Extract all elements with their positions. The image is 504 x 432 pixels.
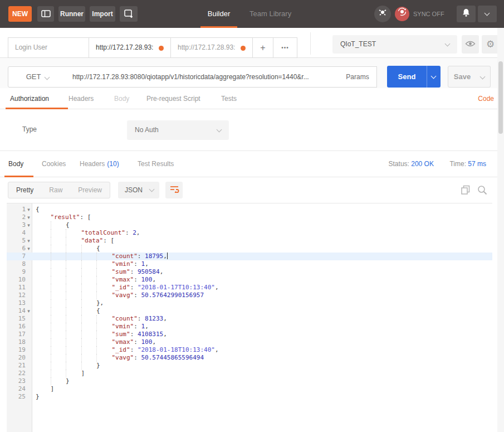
fold-arrow-icon[interactable]: ▾	[26, 245, 32, 253]
line-number: 3	[22, 221, 26, 229]
token: 4108315	[138, 331, 163, 338]
generate-code-link[interactable]: Code	[478, 88, 494, 109]
tab-body[interactable]: Body	[114, 88, 129, 109]
code-line: 24 ]	[7, 385, 492, 393]
tab-team-library[interactable]: Team Library	[249, 0, 291, 28]
indent-guide	[96, 346, 112, 354]
code-line-content: "result": [	[32, 213, 91, 221]
indent-guide	[96, 260, 112, 268]
code-line-content: }	[32, 362, 100, 370]
indent	[36, 213, 51, 221]
code-line-gutter: 23	[7, 377, 32, 385]
line-number: 5	[22, 237, 26, 245]
tab-response-body[interactable]: Body	[8, 151, 23, 177]
fold-arrow-icon[interactable]: ▾	[26, 237, 32, 245]
tab-request-inactive[interactable]: http://172.17.28.93:	[170, 37, 253, 58]
token: "_id"	[112, 346, 130, 353]
tab-cookies[interactable]: Cookies	[42, 151, 66, 177]
code-line: 2▾ "result": [	[7, 213, 492, 221]
runner-button[interactable]: Runner	[58, 6, 85, 22]
code-line: 9 "sum": 950584,	[7, 268, 492, 276]
tab-authorization[interactable]: Authorization	[10, 88, 49, 109]
indent-guide	[51, 299, 66, 307]
response-json-editor[interactable]: 1▾{2▾ "result": [3▾ {4 "totalCount": 2,5…	[7, 203, 492, 432]
token: {	[96, 307, 100, 314]
save-button[interactable]: Save	[448, 66, 477, 88]
indent-guide	[81, 276, 97, 284]
tab-request-active[interactable]: http://172.17.28.93:	[89, 37, 171, 58]
tab-prerequest-script[interactable]: Pre-request Script	[146, 88, 200, 109]
sync-status-icon[interactable]	[395, 7, 409, 21]
environment-select[interactable]: QIoT_TEST	[332, 35, 457, 54]
indent-guide	[51, 253, 66, 260]
new-button[interactable]: NEW	[8, 6, 32, 22]
params-button[interactable]: Params	[339, 66, 377, 88]
copy-response-button[interactable]	[461, 185, 471, 195]
tab-tests[interactable]: Tests	[221, 88, 237, 109]
fold-arrow-icon[interactable]: ▾	[26, 307, 32, 315]
notifications-button[interactable]	[457, 6, 476, 22]
tab-title: Login User	[15, 38, 74, 57]
indent-guide	[81, 299, 97, 307]
view-mode-preview[interactable]: Preview	[70, 182, 110, 198]
indent-guide	[51, 315, 66, 323]
settings-button[interactable]: ⚙	[482, 35, 499, 54]
auth-type-select[interactable]: No Auth	[127, 120, 229, 140]
code-line-content: {	[32, 307, 100, 315]
code-line-gutter: 12	[7, 292, 32, 299]
url-input[interactable]: http://172.17.28.93:8080/qiotapp/v1/hist…	[67, 66, 339, 88]
more-tabs-button[interactable]: •••	[273, 37, 297, 58]
token: ,	[215, 284, 219, 291]
token: :	[130, 331, 138, 338]
indent-guide	[81, 323, 97, 331]
scrollbar-thumb[interactable]	[498, 61, 503, 134]
vertical-scrollbar[interactable]	[497, 28, 504, 432]
token: 81233	[145, 315, 163, 322]
save-options-button[interactable]	[476, 66, 491, 88]
indent-guide	[51, 377, 66, 385]
line-number: 10	[18, 276, 26, 284]
view-mode-pretty[interactable]: Pretty	[8, 182, 41, 198]
authorization-panel: Type No Auth	[0, 109, 504, 151]
header-more-button[interactable]	[478, 6, 497, 22]
token: :	[134, 338, 141, 346]
chevron-down-icon	[45, 75, 50, 80]
line-number: 17	[18, 331, 26, 338]
tab-response-headers[interactable]: Headers(10)	[80, 151, 119, 177]
tab-login-user[interactable]: Login User	[8, 37, 89, 58]
environment-preview-button[interactable]	[462, 35, 479, 54]
tab-title: http://172.17.28.93:	[178, 38, 238, 57]
line-number: 15	[18, 315, 26, 323]
code-line-gutter: 4	[7, 229, 32, 237]
gear-icon: ⚙	[486, 39, 495, 50]
line-number: 25	[18, 393, 26, 401]
code-line-gutter: 17	[7, 331, 32, 338]
import-button[interactable]: Import	[90, 6, 115, 22]
tab-test-results[interactable]: Test Results	[138, 151, 174, 177]
tab-title: http://172.17.28.93:	[96, 38, 156, 57]
new-window-button[interactable]	[120, 6, 138, 22]
proxy-capture-button[interactable]	[374, 6, 391, 22]
token: "result"	[51, 213, 80, 221]
view-mode-raw[interactable]: Raw	[41, 182, 70, 198]
fold-arrow-icon[interactable]: ▾	[26, 213, 32, 221]
wrap-text-button[interactable]	[165, 182, 183, 198]
send-options-button[interactable]	[427, 66, 441, 88]
fold-arrow-icon[interactable]: ▾	[26, 221, 32, 229]
open-new-tab-button[interactable]: +	[252, 37, 273, 58]
fold-arrow-icon[interactable]: ▾	[26, 206, 32, 213]
indent-guide	[51, 292, 66, 299]
method-select[interactable]: GET	[8, 66, 67, 88]
layout-toggle-button[interactable]	[37, 6, 54, 22]
line-number: 21	[18, 362, 26, 370]
indent-guide	[66, 307, 81, 315]
indent	[36, 338, 51, 346]
indent-guide	[51, 284, 66, 292]
code-line-gutter: 11	[7, 284, 32, 292]
tab-headers[interactable]: Headers	[68, 88, 94, 109]
language-select[interactable]: JSON	[118, 182, 159, 198]
search-response-button[interactable]	[477, 185, 487, 195]
headers-count-badge: (10)	[107, 160, 119, 168]
tab-builder[interactable]: Builder	[202, 0, 236, 28]
send-button[interactable]: Send	[387, 66, 427, 88]
